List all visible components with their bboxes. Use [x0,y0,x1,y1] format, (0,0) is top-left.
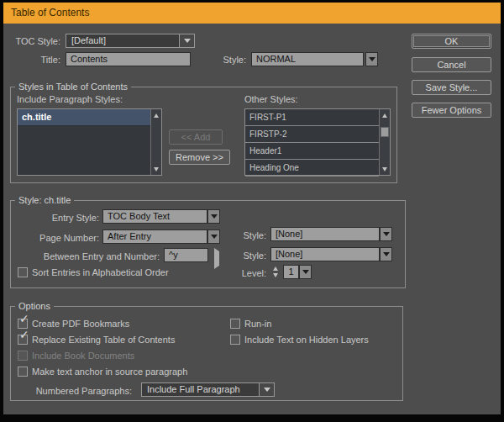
scroll-up-icon[interactable] [380,110,390,120]
sort-entries-checkbox[interactable] [18,267,28,277]
between-style-dropdown[interactable]: [None] [270,247,380,261]
make-text-anchor-label: Make text anchor in source paragraph [32,365,187,378]
numbered-paragraphs-value: Include Full Paragraph [147,384,240,394]
between-entry-number-label: Between Entry and Number: [8,250,160,263]
replace-existing-toc-label: Replace Existing Table of Contents [32,333,175,346]
scroll-up-icon[interactable] [151,110,161,120]
page-number-style-dropdown[interactable]: [None] [270,227,380,241]
chevron-down-icon[interactable] [207,229,220,244]
other-styles-items: FIRST-P1 FIRSTP-2 Header1 Heading One [245,109,379,175]
list-item[interactable]: Header1 [245,143,379,160]
scrollbar-thumb[interactable] [381,127,389,137]
run-in-checkbox[interactable] [230,319,240,329]
chevron-down-icon[interactable] [380,247,392,261]
include-paragraph-styles-label: Include Paragraph Styles: [17,92,123,106]
sort-entries-label: Sort Entries in Alphabetical Order [32,266,169,279]
include-book-documents-checkbox[interactable] [18,351,28,361]
include-styles-listbox[interactable]: ch.title [17,108,162,176]
options-group-title: Options [15,301,54,312]
make-text-anchor-checkbox[interactable] [18,367,28,377]
title-label: Title: [0,53,60,66]
page-number-style-label: Style: [228,229,266,242]
chevron-down-icon[interactable] [259,383,274,396]
title-input[interactable]: Contents [66,52,191,66]
level-stepper[interactable] [270,265,281,279]
level-label: Level: [228,266,266,280]
toc-style-label: TOC Style: [0,34,60,48]
cancel-button[interactable]: Cancel [412,57,491,72]
between-style-label: Style: [228,249,266,262]
other-styles-scrollbar[interactable] [379,109,390,175]
chevron-down-icon[interactable] [380,227,392,241]
other-styles-listbox[interactable]: FIRST-P1 FIRSTP-2 Header1 Heading One [244,108,391,176]
chevron-down-icon[interactable] [179,34,194,47]
numbered-paragraphs-label: Numbered Paragraphs: [34,384,132,398]
list-item[interactable]: FIRST-P1 [245,109,379,126]
spinner-up-icon[interactable] [273,266,278,271]
flyout-menu-icon[interactable] [214,251,219,266]
entry-style-dropdown[interactable]: TOC Body Text [102,209,207,224]
list-item[interactable]: ch.title [18,109,150,126]
toc-style-dropdown[interactable]: [Default] [66,34,195,48]
dialog-titlebar[interactable]: Table of Contents [3,3,501,24]
page-number-label: Page Number: [17,231,99,245]
style-top-label: Style: [206,53,246,66]
entry-style-label: Entry Style: [17,211,99,224]
ok-button[interactable]: OK [412,34,491,49]
scroll-down-icon[interactable] [380,164,390,174]
remove-button[interactable]: Remove >> [169,150,230,165]
include-book-documents-label: Include Book Documents [32,349,134,362]
chevron-down-icon[interactable] [365,52,378,66]
spinner-down-icon[interactable] [273,273,278,277]
toc-style-value: [Default] [71,35,106,45]
other-styles-label: Other Styles: [244,92,298,106]
list-item[interactable]: FIRSTP-2 [245,126,379,143]
styles-group-title: Styles in Table of Contents [15,82,131,92]
include-hidden-layers-label: Include Text on Hidden Layers [244,333,369,346]
run-in-label: Run-in [244,317,271,330]
numbered-paragraphs-dropdown[interactable]: Include Full Paragraph [141,382,275,397]
include-styles-items: ch.title [18,109,150,175]
create-pdf-bookmarks-label: Create PDF Bookmarks [32,317,129,330]
replace-existing-toc-checkbox[interactable]: ✓ [18,335,28,345]
dialog-title: Table of Contents [11,7,89,18]
style-group-title: Style: ch.title [15,195,74,206]
style-top-dropdown[interactable]: NORMAL [251,52,364,66]
toc-dialog: Table of Contents TOC Style: [Default] T… [0,0,504,422]
save-style-button[interactable]: Save Style... [412,80,491,95]
add-button[interactable]: << Add [169,129,223,145]
fewer-options-button[interactable]: Fewer Options [412,103,491,118]
checkmark-icon: ✓ [19,328,29,341]
chevron-down-icon[interactable] [299,265,312,279]
list-item[interactable]: Heading One [245,160,379,177]
checkmark-icon: ✓ [19,312,29,325]
include-scrollbar[interactable] [150,109,161,175]
page-number-dropdown[interactable]: After Entry [102,229,207,244]
between-entry-number-input[interactable]: ^y [164,248,208,262]
scroll-down-icon[interactable] [151,164,161,174]
level-value[interactable]: 1 [283,265,299,279]
include-hidden-layers-checkbox[interactable] [230,335,240,345]
chevron-down-icon[interactable] [207,209,220,224]
